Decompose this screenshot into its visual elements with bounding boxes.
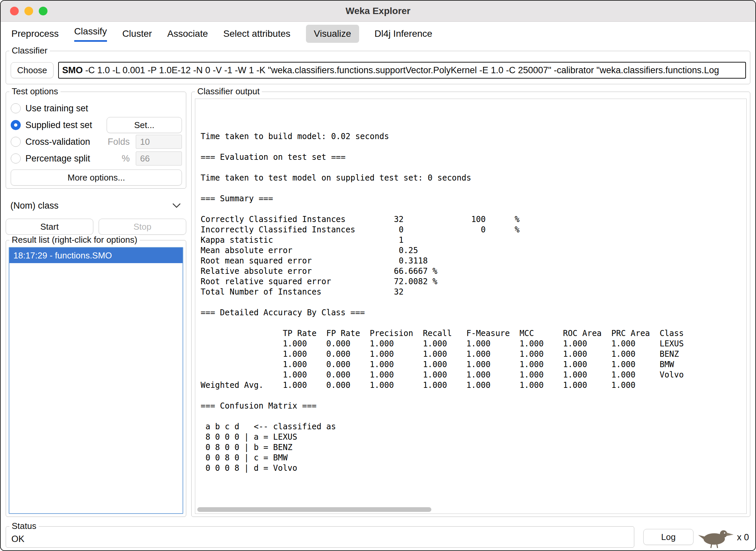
close-window-button[interactable] xyxy=(10,7,19,15)
tab-label: Classify xyxy=(74,26,107,42)
tab-label: Dl4j Inference xyxy=(374,28,432,39)
zoom-window-button[interactable] xyxy=(39,7,47,15)
tab-select-attributes[interactable]: Select attributes xyxy=(223,28,291,39)
start-button[interactable]: Start xyxy=(6,219,93,235)
horizontal-scrollbar-thumb[interactable] xyxy=(197,507,431,512)
more-options-button[interactable]: More options... xyxy=(11,170,182,186)
result-list-section-label: Result list (right-click for options) xyxy=(9,235,140,245)
traffic-lights xyxy=(10,1,47,21)
percentage-split-row: Percentage split % xyxy=(6,150,186,167)
stop-button[interactable]: Stop xyxy=(99,219,186,235)
percentage-split-label: Percentage split xyxy=(25,153,90,164)
status-section: Status OK xyxy=(6,526,634,548)
tab-cluster[interactable]: Cluster xyxy=(122,28,152,39)
tab-bar: Preprocess Classify Cluster Associate Se… xyxy=(1,22,755,46)
tab-label: Cluster xyxy=(122,28,152,39)
tab-label: Associate xyxy=(167,28,208,39)
log-button[interactable]: Log xyxy=(643,529,693,545)
cross-validation-radio[interactable] xyxy=(11,137,21,147)
status-section-label: Status xyxy=(9,521,39,531)
classifier-output-section: Classifier output Time taken to build mo… xyxy=(191,92,750,517)
supplied-test-set-label: Supplied test set xyxy=(25,120,92,130)
percentage-split-input[interactable] xyxy=(136,151,182,166)
classifier-section-label: Classifier xyxy=(9,45,50,56)
tab-dl4j-inference[interactable]: Dl4j Inference xyxy=(374,28,432,39)
test-options-rows: Use training set Supplied test set Set..… xyxy=(6,92,186,186)
title-bar: Weka Explorer xyxy=(1,1,755,22)
class-attribute-selector[interactable]: (Nom) class xyxy=(6,197,186,214)
classifier-scheme-name: SMO xyxy=(62,65,83,75)
use-training-set-label: Use training set xyxy=(25,103,88,114)
run-controls: Start Stop xyxy=(6,219,186,235)
window-title: Weka Explorer xyxy=(345,6,410,16)
supplied-test-set-radio[interactable] xyxy=(11,120,21,130)
tab-visualize[interactable]: Visualize xyxy=(306,25,359,43)
percent-label: % xyxy=(122,153,130,164)
use-training-set-radio[interactable] xyxy=(11,103,21,113)
set-test-set-button[interactable]: Set... xyxy=(107,117,182,133)
percentage-split-radio[interactable] xyxy=(11,153,21,163)
result-list[interactable]: 18:17:29 - functions.SMO xyxy=(9,247,183,514)
tab-classify[interactable]: Classify xyxy=(74,26,107,42)
result-list-item[interactable]: 18:17:29 - functions.SMO xyxy=(9,248,183,263)
folds-label: Folds xyxy=(108,137,130,147)
choose-classifier-button[interactable]: Choose xyxy=(11,62,53,78)
classifier-section: Classifier Choose SMO -C 1.0 -L 0.001 -P… xyxy=(6,51,750,84)
weka-bird-icon xyxy=(697,527,734,548)
supplied-test-set-row: Supplied test set Set... xyxy=(6,117,186,133)
tab-label: Preprocess xyxy=(11,28,59,39)
chevron-down-icon xyxy=(172,203,181,208)
status-value: OK xyxy=(6,527,634,544)
result-list-section: Result list (right-click for options) 18… xyxy=(6,240,186,517)
cross-validation-label: Cross-validation xyxy=(25,137,90,147)
tab-associate[interactable]: Associate xyxy=(167,28,208,39)
weka-explorer-window: Weka Explorer Preprocess Classify Cluste… xyxy=(0,0,756,551)
tab-label: Select attributes xyxy=(223,28,291,39)
classifier-command-line[interactable]: SMO -C 1.0 -L 0.001 -P 1.0E-12 -N 0 -V -… xyxy=(58,62,746,79)
class-attribute-value: (Nom) class xyxy=(10,201,59,211)
classifier-options: -C 1.0 -L 0.001 -P 1.0E-12 -N 0 -V -1 -W… xyxy=(83,65,719,75)
classifier-output-text: Time taken to build model: 0.02 seconds … xyxy=(195,99,746,473)
minimize-window-button[interactable] xyxy=(24,7,33,15)
folds-input[interactable] xyxy=(136,135,182,149)
weka-process-counter: x 0 xyxy=(737,532,749,543)
classifier-row: Choose SMO -C 1.0 -L 0.001 -P 1.0E-12 -N… xyxy=(6,51,750,79)
test-options-section-label: Test options xyxy=(9,86,61,97)
cross-validation-row: Cross-validation Folds xyxy=(6,133,186,150)
tab-preprocess[interactable]: Preprocess xyxy=(11,28,59,39)
use-training-set-row: Use training set xyxy=(6,100,186,117)
classifier-output-section-label: Classifier output xyxy=(195,86,262,97)
tab-label: Visualize xyxy=(314,28,351,39)
classifier-output-area[interactable]: Time taken to build model: 0.02 seconds … xyxy=(195,99,747,514)
test-options-section: Test options Use training set Supplied t… xyxy=(6,92,186,189)
